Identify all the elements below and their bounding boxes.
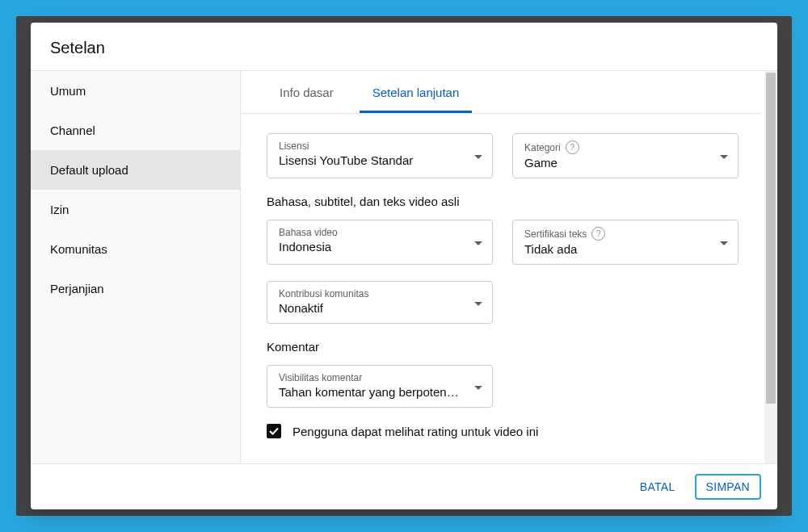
chevron-down-icon (474, 295, 482, 310)
sidebar-item-label: Channel (50, 124, 95, 137)
chevron-down-icon (474, 235, 482, 249)
row-license-category: Lisensi Lisensi YouTube Standar Kategori… (267, 133, 761, 178)
help-icon[interactable]: ? (566, 140, 579, 154)
sidebar-item-agreements[interactable]: Perjanjian (31, 269, 240, 308)
button-label: SIMPAN (706, 480, 750, 493)
chevron-down-icon (720, 235, 728, 249)
sidebar-item-label: Komunitas (50, 242, 107, 256)
row-community-contrib: Kontribusi komunitas Nonaktif (267, 281, 761, 324)
cancel-button[interactable]: BATAL (630, 474, 685, 500)
select-label: Kategori (524, 142, 561, 153)
chevron-down-icon (720, 149, 728, 163)
section-title-comments: Komentar (267, 340, 761, 354)
save-button[interactable]: SIMPAN (695, 474, 761, 500)
select-label: Bahasa video (279, 227, 338, 238)
row-comment-visibility: Visibilitas komentar Tahan komentar yang… (267, 365, 761, 408)
sidebar-item-community[interactable]: Komunitas (31, 229, 240, 269)
select-value: Lisensi YouTube Standar (279, 153, 481, 167)
settings-dialog: Setelan Umum Channel Default upload Izin… (31, 23, 777, 509)
sidebar-item-channel[interactable]: Channel (31, 111, 240, 150)
dialog-footer: BATAL SIMPAN (31, 463, 777, 509)
sidebar-item-permissions[interactable]: Izin (31, 190, 240, 229)
row-language-caption: Bahasa video Indonesia Sertifikasi teks … (267, 220, 761, 265)
tab-label: Info dasar (280, 86, 334, 99)
vertical-scrollbar[interactable] (764, 71, 777, 463)
section-title-language: Bahasa, subtitel, dan teks video asli (267, 195, 761, 208)
sidebar-item-label: Umum (50, 84, 86, 98)
sidebar-item-label: Perjanjian (50, 282, 104, 295)
dialog-header: Setelan (31, 23, 777, 70)
dialog-title: Setelan (50, 39, 758, 57)
select-value: Indonesia (279, 240, 481, 253)
tab-advanced-settings[interactable]: Setelan lanjutan (360, 71, 473, 113)
sidebar-item-label: Default upload (50, 163, 128, 177)
category-select[interactable]: Kategori ? Game (512, 133, 739, 178)
select-value: Tidak ada (524, 242, 726, 256)
content-scroll-area[interactable]: Info dasar Setelan lanjutan Lisensi Lise… (241, 71, 777, 463)
select-label: Lisensi (279, 140, 309, 152)
select-label: Visibilitas komentar (279, 372, 362, 383)
tab-basic-info[interactable]: Info dasar (267, 71, 347, 113)
dialog-body: Umum Channel Default upload Izin Komunit… (31, 70, 777, 463)
help-icon[interactable]: ? (591, 227, 605, 241)
select-label: Kontribusi komunitas (279, 288, 368, 300)
select-label: Sertifikasi teks (524, 228, 587, 240)
video-language-select[interactable]: Bahasa video Indonesia (267, 220, 493, 265)
scrollbar-thumb[interactable] (766, 73, 776, 404)
caption-certification-select[interactable]: Sertifikasi teks ? Tidak ada (512, 220, 739, 265)
checkbox-label: Pengguna dapat melihat rating untuk vide… (292, 425, 538, 438)
tabs: Info dasar Setelan lanjutan (241, 71, 761, 114)
sidebar-item-default-upload[interactable]: Default upload (31, 150, 240, 190)
settings-sidebar: Umum Channel Default upload Izin Komunit… (31, 71, 241, 463)
ratings-visibility-checkbox-row[interactable]: Pengguna dapat melihat rating untuk vide… (267, 424, 761, 438)
form-area: Lisensi Lisensi YouTube Standar Kategori… (241, 114, 761, 438)
chevron-down-icon (474, 149, 482, 163)
license-select[interactable]: Lisensi Lisensi YouTube Standar (267, 133, 493, 178)
select-value: Game (524, 156, 726, 170)
select-value: Tahan komentar yang berpotensi... (279, 385, 481, 399)
sidebar-item-label: Izin (50, 203, 69, 216)
tab-label: Setelan lanjutan (372, 86, 460, 99)
sidebar-item-general[interactable]: Umum (31, 71, 240, 111)
comment-visibility-select[interactable]: Visibilitas komentar Tahan komentar yang… (267, 365, 493, 408)
content: Info dasar Setelan lanjutan Lisensi Lise… (241, 71, 777, 463)
select-value: Nonaktif (279, 301, 481, 315)
checkbox-icon (267, 424, 281, 438)
chevron-down-icon (474, 379, 482, 394)
button-label: BATAL (640, 480, 675, 493)
community-contributions-select[interactable]: Kontribusi komunitas Nonaktif (267, 281, 493, 324)
